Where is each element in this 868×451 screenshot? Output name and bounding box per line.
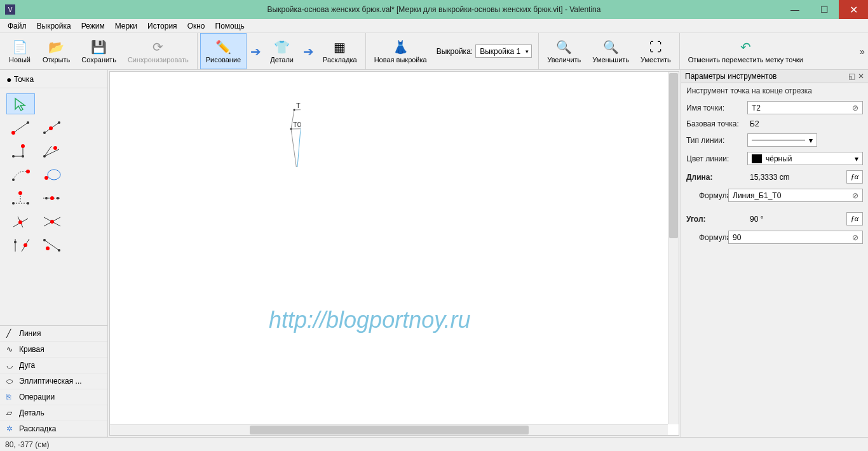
angle-value: 90 ° <box>747 215 843 224</box>
category-detail[interactable]: ▱Деталь <box>0 405 107 421</box>
tool-perpendicular[interactable] <box>6 211 35 232</box>
tools-header: ● Точка <box>0 70 107 88</box>
svg-point-40 <box>43 239 46 241</box>
layout-mode-button[interactable]: ▦Раскладка <box>317 33 363 69</box>
tool-triangle[interactable] <box>6 187 35 208</box>
svg-point-42 <box>46 246 50 250</box>
maximize-button[interactable]: ☐ <box>810 0 839 19</box>
svg-point-6 <box>58 121 60 124</box>
vertical-scrollbar[interactable] <box>668 72 679 424</box>
angle-fx-button[interactable]: ƒα <box>846 212 863 226</box>
new-pattern-icon: 👗 <box>391 39 409 55</box>
category-elliptical[interactable]: ⬭Эллиптическая ... <box>0 374 107 389</box>
tool-contact[interactable] <box>37 164 66 185</box>
clear-icon[interactable]: ⊘ <box>852 104 858 112</box>
save-icon: 💾 <box>90 39 108 55</box>
tool-intersect-xy[interactable] <box>37 187 66 208</box>
svg-point-23 <box>27 202 29 205</box>
details-mode-button[interactable]: 👕Детали <box>264 33 299 69</box>
app-icon: V <box>5 4 15 15</box>
length-fx-button[interactable]: ƒα <box>846 170 863 184</box>
svg-point-4 <box>43 131 46 134</box>
draw-icon: ✏️ <box>214 39 232 55</box>
tool-midpoint[interactable] <box>37 234 66 255</box>
clear-icon[interactable]: ⊘ <box>852 233 858 242</box>
panel-close-icon[interactable]: ✕ <box>858 72 864 81</box>
menubar: Файл Выкройка Режим Мерки История Окно П… <box>0 19 868 33</box>
layout-cat-icon: ✲ <box>6 424 15 433</box>
tool-categories: ╱Линия ∿Кривая ◡Дуга ⬭Эллиптическая ... … <box>0 325 107 437</box>
save-button[interactable]: 💾Сохранить <box>76 33 122 69</box>
linecolor-select[interactable]: чёрный▾ <box>747 152 863 165</box>
svg-line-0 <box>13 123 28 133</box>
svg-point-86 <box>290 128 292 130</box>
category-layout[interactable]: ✲Раскладка <box>0 421 107 437</box>
tool-endpoint[interactable] <box>6 117 35 138</box>
linetype-label: Тип линии: <box>686 136 743 145</box>
clear-icon[interactable]: ⊘ <box>852 191 858 200</box>
tool-shoulder[interactable] <box>6 164 35 185</box>
tool-along-line[interactable] <box>37 117 66 138</box>
close-button[interactable]: ✕ <box>839 0 868 19</box>
window-title: Выкройка-основа женских брюк.val* [Мерки… <box>0 5 868 14</box>
svg-text:Т7: Т7 <box>296 102 301 109</box>
category-curve[interactable]: ∿Кривая <box>0 342 107 358</box>
minimize-button[interactable]: — <box>780 0 810 19</box>
point-name-label: Имя точки: <box>686 104 743 112</box>
menu-measurements[interactable]: Мерки <box>110 20 142 32</box>
draw-mode-button[interactable]: ✏️Рисование <box>200 33 247 69</box>
open-icon: 📂 <box>48 39 65 55</box>
svg-point-28 <box>57 197 59 199</box>
category-operations[interactable]: ⎘Операции <box>0 389 107 405</box>
main-area: ● Точка ╱Линия ∿Кривая ◡Дуга ⬭Эллиптичес… <box>0 70 868 437</box>
tool-bisector[interactable] <box>37 140 66 161</box>
toolbar: 📄Новый 📂Открыть 💾Сохранить ⟳Синхронизиро… <box>0 33 868 70</box>
linecolor-label: Цвет линии: <box>686 154 743 163</box>
svg-point-24 <box>18 191 22 195</box>
category-line[interactable]: ╱Линия <box>0 326 107 342</box>
svg-point-14 <box>43 155 46 158</box>
formula1-input[interactable]: ⊘ <box>728 189 863 202</box>
statusbar: 80, -377 (см) <box>0 437 868 451</box>
formula2-input[interactable]: ⊘ <box>728 231 863 244</box>
tool-line-intersect[interactable] <box>37 211 66 232</box>
new-button[interactable]: 📄Новый <box>3 33 37 69</box>
svg-point-27 <box>50 196 54 200</box>
undo-move-button[interactable]: ↶Отменить переместить метку точки <box>682 33 809 69</box>
linetype-select[interactable]: ▾ <box>747 133 817 147</box>
zoom-out-button[interactable]: 🔍Уменьшить <box>587 33 635 69</box>
menu-mode[interactable]: Режим <box>76 20 110 32</box>
svg-point-22 <box>12 202 15 205</box>
menu-history[interactable]: История <box>142 20 182 32</box>
menu-help[interactable]: Помощь <box>210 20 250 32</box>
zoom-fit-icon: ⛶ <box>647 39 665 55</box>
new-icon: 📄 <box>11 39 29 55</box>
category-arc[interactable]: ◡Дуга <box>0 358 107 374</box>
point-tools-grid <box>0 88 107 260</box>
menu-file[interactable]: Файл <box>3 20 32 32</box>
tools-panel: ● Точка ╱Линия ∿Кривая ◡Дуга ⬭Эллиптичес… <box>0 70 108 437</box>
dock-icon[interactable]: ◱ <box>848 72 855 81</box>
zoom-fit-button[interactable]: ⛶Уместить <box>635 33 677 69</box>
zoom-in-button[interactable]: 🔍Увеличить <box>541 33 587 69</box>
menu-window[interactable]: Окно <box>182 20 210 32</box>
open-button[interactable]: 📂Открыть <box>37 33 76 69</box>
toolbar-overflow[interactable]: » <box>857 33 868 69</box>
curve-icon: ∿ <box>6 345 15 354</box>
drawing-canvas[interactable]: Т7Т71Т41жтгТ5Т0Т4бТаТ2звБ5Б21Б3Б1ББ4Б2дс… <box>109 71 679 436</box>
sync-icon: ⟳ <box>149 39 167 55</box>
tool-normal[interactable] <box>6 140 35 161</box>
horizontal-scrollbar[interactable] <box>110 424 668 435</box>
svg-point-18 <box>48 170 60 180</box>
tool-pointer[interactable] <box>6 93 35 114</box>
tool-point-intersection[interactable] <box>6 234 35 255</box>
properties-panel: Параметры инструментов ◱✕ Инструмент точ… <box>681 70 868 437</box>
new-pattern-button[interactable]: 👗Новая выкройка <box>369 33 433 69</box>
sync-button[interactable]: ⟳Синхронизировать <box>122 33 194 69</box>
point-name-input[interactable]: ⊘ <box>747 101 863 114</box>
watermark: http://blogportnoy.ru <box>269 307 471 333</box>
ellipse-icon: ⬭ <box>6 377 15 386</box>
pattern-select[interactable]: Выкройка 1▾ <box>475 44 532 58</box>
menu-pattern[interactable]: Выкройка <box>32 20 76 32</box>
svg-point-38 <box>24 243 27 247</box>
